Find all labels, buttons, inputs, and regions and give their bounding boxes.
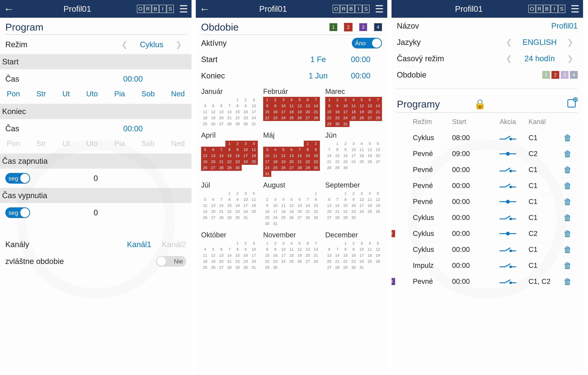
calendar-day[interactable]: 11 [201,109,209,115]
calendar-day[interactable]: 23 [233,159,242,165]
calendar-day[interactable]: 1 [233,97,242,103]
calendar-day[interactable]: 3 [242,191,250,197]
calendar-day[interactable]: 7 [325,147,333,153]
calendar-day[interactable]: 26 [374,258,382,265]
calendar-day[interactable]: 21 [217,209,225,215]
calendar-day[interactable]: 5 [201,197,209,203]
calendar-day[interactable]: 24 [250,258,258,265]
calendar-day[interactable]: 6 [217,246,225,252]
calendar-day[interactable]: 18 [250,153,258,159]
calendar-day[interactable]: 12 [201,153,209,159]
calendar-day[interactable]: 5 [296,97,304,103]
calendar-day[interactable]: 15 [225,203,233,209]
calendar-day[interactable]: 5 [287,197,296,203]
calendar-day[interactable]: 5 [209,103,217,109]
calendar-day[interactable]: 25 [349,115,358,121]
calendar-day[interactable]: 4 [358,141,366,147]
calendar-day[interactable]: 2 [271,97,279,103]
table-row[interactable]: Pevné09:00C2🗑 [397,146,578,162]
calendar-day[interactable]: 14 [333,252,342,258]
month[interactable]: Január1234567891011121314151617181920212… [201,87,258,127]
calendar-day[interactable]: 13 [304,246,312,252]
calendar-day[interactable]: 20 [304,252,312,258]
menu-button[interactable]: ☰ [179,3,188,15]
calendar-day[interactable]: 27 [325,215,333,221]
month[interactable]: Marec12345678910111213141516171819202122… [325,87,382,127]
calendar-day[interactable]: 18 [366,252,374,258]
trash-icon[interactable]: 🗑 [564,261,578,270]
calendar-day[interactable]: 16 [349,203,358,209]
calendar-day[interactable]: 3 [242,141,250,147]
calendar-day[interactable]: 3 [341,97,349,103]
calendar-day[interactable]: 2 [233,141,242,147]
calendar-day[interactable]: 9 [242,246,250,252]
period-4-tab[interactable]: 4 [374,23,382,31]
calendar-day[interactable]: 10 [250,103,258,109]
calendar-day[interactable]: 11 [287,246,296,252]
calendar-day[interactable]: 14 [225,252,233,258]
channel-1[interactable]: Kanál1 [127,240,151,249]
calendar-day[interactable]: 4 [201,246,209,252]
calendar-day[interactable]: 7 [312,97,320,103]
month[interactable]: Júl1234567891011121314151617181920212223… [201,181,258,227]
calendar-day[interactable]: 28 [374,115,382,121]
calendar-day[interactable]: 24 [279,258,287,265]
calendar-day[interactable]: 29 [225,215,233,221]
calendar-day[interactable]: 11 [366,197,374,203]
calendar-day[interactable]: 13 [325,252,333,258]
calendar-day[interactable]: 12 [209,252,217,258]
month[interactable]: September1234567891011121314151617181920… [325,181,382,227]
calendar-day[interactable]: 23 [333,115,342,121]
off-seg-toggle[interactable]: seg [5,207,30,218]
calendar-day[interactable]: 9 [233,197,242,203]
calendar-day[interactable]: 7 [296,147,304,153]
calendar-day[interactable]: 19 [209,115,217,121]
calendar-day[interactable]: 15 [341,252,349,258]
calendar-day[interactable]: 10 [358,246,366,252]
calendar-day[interactable]: 8 [325,103,333,109]
calendar-day[interactable]: 8 [341,246,349,252]
calendar-day[interactable]: 10 [349,147,358,153]
calendar-day[interactable]: 10 [279,103,287,109]
add-program-icon[interactable] [566,97,578,111]
calendar-day[interactable]: 1 [225,141,233,147]
calendar-day[interactable]: 10 [242,147,250,153]
calendar-day[interactable]: 14 [325,153,333,159]
calendar-day[interactable]: 15 [233,109,242,115]
calendar-day[interactable]: 18 [358,153,366,159]
day-toggle[interactable]: Pia [114,90,125,98]
back-button[interactable]: ← [199,3,213,15]
calendar-day[interactable]: 6 [304,240,312,246]
calendar-day[interactable]: 29 [263,265,271,270]
calendar-day[interactable]: 24 [349,159,358,165]
calendar-day[interactable]: 2 [271,240,279,246]
calendar-day[interactable]: 16 [271,252,279,258]
calendar-day[interactable]: 8 [233,246,242,252]
calendar-day[interactable]: 7 [225,246,233,252]
calendar-day[interactable]: 17 [271,209,279,215]
chevron-right-icon[interactable]: ❯ [563,54,578,63]
special-period-toggle[interactable]: Nie [156,256,186,267]
calendar-day[interactable]: 19 [287,209,296,215]
calendar-day[interactable]: 26 [296,258,304,265]
calendar-day[interactable]: 24 [271,215,279,221]
calendar-day[interactable]: 30 [333,121,342,127]
calendar-day[interactable]: 9 [341,147,349,153]
calendar-day[interactable]: 22 [333,159,342,165]
calendar-day[interactable]: 3 [250,97,258,103]
calendar-day[interactable]: 24 [242,209,250,215]
calendar-day[interactable]: 4 [287,97,296,103]
calendar-day[interactable]: 9 [333,103,342,109]
calendar-day[interactable]: 31 [341,121,349,127]
calendar-day[interactable]: 25 [250,209,258,215]
calendar-day[interactable]: 31 [242,215,250,221]
calendar-day[interactable]: 7 [333,197,342,203]
calendar-day[interactable]: 26 [287,215,296,221]
month[interactable]: Apríl12345678910111213141516171819202122… [201,131,258,177]
calendar-day[interactable]: 6 [304,97,312,103]
calendar-day[interactable]: 7 [333,246,342,252]
calendar-day[interactable]: 18 [271,159,279,165]
calendar-day[interactable]: 15 [263,252,271,258]
calendar-day[interactable]: 30 [349,265,358,270]
back-button[interactable]: ← [4,3,18,15]
